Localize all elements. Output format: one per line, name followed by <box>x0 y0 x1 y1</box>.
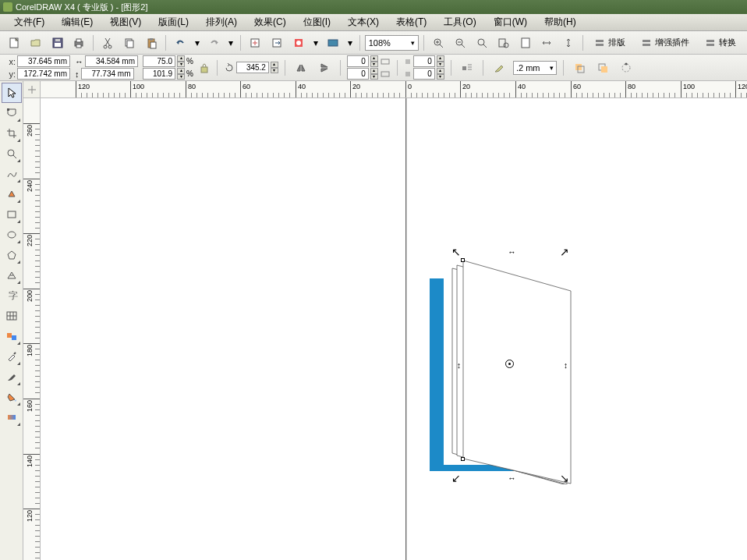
save-button[interactable] <box>48 34 67 52</box>
convert-button[interactable]: 转换 <box>699 35 742 50</box>
scale-group: 75.0▴▾% 101.9▴▾% <box>143 55 193 80</box>
app-launcher-button[interactable] <box>289 34 308 52</box>
offset-y[interactable]: 0 <box>413 68 435 80</box>
size-w[interactable]: 34.584 mm <box>85 55 138 67</box>
svg-rect-13 <box>150 42 156 48</box>
wrap-button[interactable] <box>458 58 476 77</box>
print-button[interactable] <box>70 34 89 52</box>
mirror-h-button[interactable] <box>292 58 310 77</box>
import-button[interactable] <box>246 34 264 52</box>
menu-tools[interactable]: 工具(O) <box>436 14 483 30</box>
redo-button[interactable] <box>205 34 224 52</box>
typeset-button[interactable]: 排版 <box>588 35 632 50</box>
menu-text[interactable]: 文本(X) <box>340 14 387 30</box>
convert-curves-button[interactable] <box>617 58 635 77</box>
freehand-tool[interactable] <box>2 164 22 184</box>
zoom-out-icon[interactable] <box>451 34 469 52</box>
app-launcher-dropdown[interactable]: ▾ <box>311 34 320 52</box>
welcome-button[interactable] <box>324 34 342 52</box>
zoom-all-icon[interactable] <box>494 34 513 52</box>
rotate-handle-tl[interactable]: ↖ <box>451 246 462 257</box>
skew-handle-right[interactable]: ↕ <box>559 360 570 370</box>
copy-button[interactable] <box>120 34 139 52</box>
menu-layout[interactable]: 版面(L) <box>150 14 196 30</box>
redo-dropdown[interactable]: ▾ <box>227 34 236 52</box>
text-tool[interactable]: 字 <box>2 285 22 306</box>
new-button[interactable] <box>5 34 23 52</box>
zoom-page-icon[interactable] <box>516 34 535 52</box>
zoom-in-icon[interactable] <box>429 34 448 52</box>
skew-handle-left[interactable]: ↕ <box>452 360 463 370</box>
export-button[interactable] <box>267 34 286 52</box>
table-tool[interactable] <box>2 306 22 326</box>
plugin-button[interactable]: 增强插件 <box>635 35 696 50</box>
ellipse-tool[interactable] <box>2 225 22 245</box>
zoom-width-icon[interactable] <box>537 34 556 52</box>
polygon-tool[interactable] <box>2 245 22 265</box>
outline-tool[interactable] <box>2 367 22 387</box>
open-button[interactable] <box>27 34 45 52</box>
svg-rect-5 <box>76 39 81 42</box>
interactive-tool[interactable] <box>2 326 22 346</box>
menu-help[interactable]: 帮助(H) <box>536 14 584 30</box>
pick-tool[interactable] <box>2 83 22 103</box>
shape-tool[interactable] <box>2 103 22 123</box>
zoom-selection-icon[interactable] <box>473 34 491 52</box>
zoom-height-icon[interactable] <box>559 34 578 52</box>
pos-x[interactable]: 37.645 mm <box>17 55 70 67</box>
welcome-dropdown[interactable]: ▾ <box>345 34 355 52</box>
rotate-handle-tr[interactable]: ↗ <box>559 246 570 257</box>
undo-button[interactable] <box>171 34 189 52</box>
vertical-ruler[interactable]: 260240220200180160140120 <box>23 98 41 560</box>
rotation-value[interactable]: 345.2 <box>236 62 269 73</box>
paste-button[interactable] <box>142 34 161 52</box>
ruler-origin[interactable] <box>23 81 41 98</box>
skew-handle-top[interactable]: ↔ <box>505 246 516 257</box>
scale-x[interactable]: 75.0 <box>143 55 175 67</box>
node[interactable] <box>461 258 465 262</box>
basic-shapes-tool[interactable] <box>2 265 22 285</box>
mirror-v-button[interactable] <box>315 58 334 77</box>
rectangle-tool[interactable] <box>2 204 22 225</box>
to-front-button[interactable] <box>570 58 589 77</box>
menu-arrange[interactable]: 排列(A) <box>198 14 245 30</box>
to-back-button[interactable] <box>593 58 612 77</box>
offset-x[interactable]: 0 <box>413 55 435 67</box>
outline-width-combo[interactable]: .2 mm <box>513 61 557 75</box>
interactive-fill-tool[interactable] <box>2 407 22 427</box>
lock-ratio-icon[interactable] <box>198 62 211 74</box>
outline-pen-icon[interactable] <box>490 58 508 77</box>
svg-rect-24 <box>522 38 529 48</box>
fill-tool[interactable] <box>2 387 22 407</box>
horizontal-ruler[interactable]: 12010080604020020406080100120 <box>41 81 747 98</box>
skew-y[interactable]: 0 <box>347 68 369 80</box>
smart-fill-tool[interactable] <box>2 184 22 204</box>
menu-window[interactable]: 窗口(W) <box>486 14 535 30</box>
size-h[interactable]: 77.734 mm <box>81 68 134 80</box>
menu-effects[interactable]: 效果(C) <box>246 14 294 30</box>
size-group: ↔34.584 mm ↕77.734 mm <box>75 55 138 80</box>
skew-handle-bottom[interactable]: ↔ <box>505 473 516 484</box>
menu-table[interactable]: 表格(T) <box>388 14 434 30</box>
menu-bitmaps[interactable]: 位图(I) <box>296 14 338 30</box>
zoom-level-combo[interactable]: 108% <box>365 35 420 51</box>
skew-x[interactable]: 0 <box>347 55 369 67</box>
undo-dropdown[interactable]: ▾ <box>193 34 202 52</box>
cut-button[interactable] <box>98 34 117 52</box>
menu-view[interactable]: 视图(V) <box>102 14 149 30</box>
rotate-handle-bl[interactable]: ↙ <box>451 473 462 484</box>
menu-edit[interactable]: 编辑(E) <box>54 14 101 30</box>
node[interactable] <box>461 457 465 461</box>
eyedropper-tool[interactable] <box>2 346 22 367</box>
rotate-handle-br[interactable]: ↘ <box>559 473 570 484</box>
pos-y[interactable]: 172.742 mm <box>17 68 70 80</box>
svg-rect-6 <box>76 44 81 48</box>
rotation-center[interactable] <box>505 360 514 368</box>
scale-y[interactable]: 101.9 <box>143 68 175 80</box>
rotation-field[interactable]: 345.2 ▴▾ <box>224 62 278 73</box>
canvas[interactable]: ↖ ↗ ↙ ↘ ↔ ↔ ↕ ↕ <box>41 98 747 560</box>
selected-shape[interactable] <box>441 258 582 484</box>
zoom-tool-icon[interactable] <box>2 144 22 164</box>
crop-tool[interactable] <box>2 123 22 144</box>
menu-file[interactable]: 文件(F) <box>6 14 52 30</box>
